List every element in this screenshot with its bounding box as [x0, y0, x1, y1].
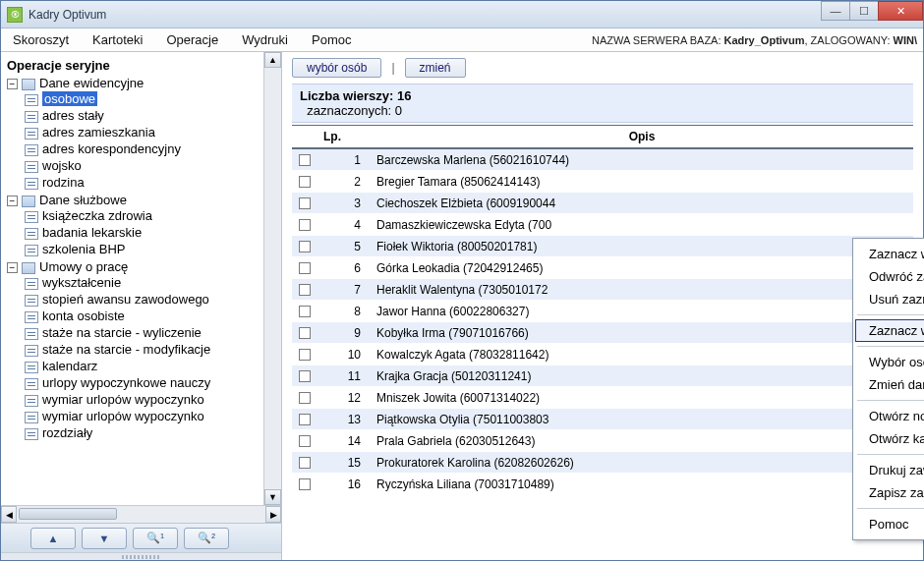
- row-checkbox[interactable]: [299, 197, 311, 209]
- tree-item[interactable]: osobowe: [25, 90, 261, 107]
- tree: Operacje seryjne −Dane ewidencyjneosobow…: [1, 52, 263, 505]
- nav-down-button[interactable]: ▼: [82, 528, 127, 549]
- table-row[interactable]: 11Krajka Gracja (50120311241): [292, 365, 913, 387]
- tree-item[interactable]: książeczka zdrowia: [25, 207, 261, 224]
- context-menu-item[interactable]: Otwórz kalkulator okresów: [855, 427, 924, 450]
- row-checkbox[interactable]: [299, 457, 311, 469]
- search-button-1[interactable]: 🔍¹: [133, 528, 178, 549]
- page-icon: [25, 245, 38, 256]
- nav-up-button[interactable]: ▲: [30, 528, 76, 549]
- table-row[interactable]: 9Kobyłka Irma (79071016766): [292, 322, 913, 344]
- menu-kartoteki[interactable]: Kartoteki: [92, 32, 143, 47]
- scroll-right-icon[interactable]: ▶: [265, 506, 281, 523]
- row-checkbox[interactable]: [299, 284, 311, 296]
- horizontal-scrollbar[interactable]: ◀ ▶: [1, 505, 281, 523]
- context-menu-item[interactable]: Otwórz notatnik: [855, 405, 924, 427]
- table-row[interactable]: 6Górka Leokadia (72042912465): [292, 257, 913, 279]
- table-row[interactable]: 10Kowalczyk Agata (78032811642): [292, 344, 913, 365]
- select-people-button[interactable]: wybór osób: [292, 58, 381, 78]
- tree-item[interactable]: wymiar urlopów wypoczynko: [25, 391, 261, 408]
- row-checkbox[interactable]: [299, 219, 311, 231]
- collapse-icon[interactable]: −: [7, 262, 18, 273]
- row-lp: 3: [318, 196, 371, 210]
- context-menu-item[interactable]: Zaznacz wybiórczo: [855, 319, 924, 342]
- row-checkbox[interactable]: [299, 349, 311, 361]
- context-menu-item[interactable]: Zmień dane: [855, 373, 924, 396]
- row-checkbox[interactable]: [299, 414, 311, 425]
- titlebar: ⦿ Kadry Optivum — ☐ ✕: [1, 1, 923, 28]
- table-row[interactable]: 14Prala Gabriela (62030512643): [292, 430, 913, 452]
- menu-pomoc[interactable]: Pomoc: [312, 32, 351, 47]
- scroll-down-icon[interactable]: ▼: [264, 489, 281, 505]
- panel-drag-handle[interactable]: [1, 552, 281, 560]
- tree-group[interactable]: −Dane służboweksiążeczka zdrowiabadania …: [7, 192, 261, 258]
- context-menu: Zaznacz wszystkie pozycjeOdwróć zaznacze…: [852, 238, 924, 540]
- context-menu-item[interactable]: Drukuj zawartość ekranu: [855, 459, 924, 481]
- close-button[interactable]: ✕: [878, 1, 923, 21]
- menu-wydruki[interactable]: Wydruki: [242, 32, 288, 47]
- tree-item-label: wykształcenie: [42, 275, 121, 290]
- tree-item[interactable]: wojsko: [25, 157, 261, 174]
- tree-item[interactable]: kalendarz: [25, 358, 261, 374]
- tree-item[interactable]: adres korespondencyjny: [25, 140, 261, 157]
- scrollbar-thumb[interactable]: [19, 508, 117, 520]
- tree-item[interactable]: staże na starcie - modyfikacje: [25, 341, 261, 358]
- row-checkbox[interactable]: [299, 176, 311, 188]
- table-row[interactable]: 3Ciechoszek Elżbieta (6009190044: [292, 193, 913, 214]
- context-menu-item[interactable]: Odwróć zaznaczenia: [855, 265, 924, 288]
- tree-item[interactable]: stopień awansu zawodowego: [25, 291, 261, 308]
- vertical-scrollbar[interactable]: ▲ ▼: [263, 52, 281, 505]
- tree-item[interactable]: szkolenia BHP: [25, 241, 261, 257]
- context-menu-item[interactable]: Zapisz zawartość ekranu w pliku: [855, 481, 924, 504]
- row-checkbox[interactable]: [299, 154, 311, 166]
- scroll-left-icon[interactable]: ◀: [1, 506, 17, 523]
- table-row[interactable]: 15Prokuratorek Karolina (62082602626): [292, 452, 913, 474]
- table-row[interactable]: 16Ryczyńska Liliana (70031710489): [292, 474, 913, 495]
- row-checkbox[interactable]: [299, 435, 311, 447]
- context-menu-item[interactable]: Zaznacz wszystkie pozycje: [855, 243, 924, 265]
- menu-skoroszyt[interactable]: Skoroszyt: [13, 32, 69, 47]
- tree-item[interactable]: staże na starcie - wyliczenie: [25, 324, 261, 341]
- maximize-button[interactable]: ☐: [849, 1, 879, 21]
- context-menu-item[interactable]: Wybór osób: [855, 351, 924, 373]
- tree-group-label: Umowy o pracę: [39, 259, 128, 274]
- tree-item[interactable]: wykształcenie: [25, 274, 261, 291]
- row-opis: Kowalczyk Agata (78032811642): [371, 348, 913, 362]
- tree-item[interactable]: badania lekarskie: [25, 224, 261, 241]
- row-lp: 16: [318, 477, 371, 491]
- tree-item[interactable]: adres zamieszkania: [25, 124, 261, 140]
- row-checkbox[interactable]: [299, 306, 311, 317]
- tree-item[interactable]: konta osobiste: [25, 308, 261, 324]
- tree-item[interactable]: urlopy wypoczynkowe nauczy: [25, 374, 261, 391]
- tree-item[interactable]: wymiar urlopów wypoczynko: [25, 408, 261, 424]
- tree-item[interactable]: rozdziały: [25, 424, 261, 441]
- row-checkbox[interactable]: [299, 262, 311, 274]
- minimize-button[interactable]: —: [821, 1, 850, 21]
- collapse-icon[interactable]: −: [7, 196, 18, 206]
- table-row[interactable]: 5Fiołek Wiktoria (80050201781): [292, 236, 913, 257]
- row-checkbox[interactable]: [299, 327, 311, 339]
- context-menu-item[interactable]: Usuń zaznaczenia: [855, 288, 924, 310]
- search-button-2[interactable]: 🔍²: [184, 528, 229, 549]
- tree-group[interactable]: −Umowy o pracęwykształceniestopień awans…: [7, 258, 261, 442]
- tree-item[interactable]: adres stały: [25, 107, 261, 124]
- table-row[interactable]: 4Damaszkiewiczewska Edyta (700: [292, 214, 913, 236]
- tree-group[interactable]: −Dane ewidencyjneosoboweadres stałyadres…: [7, 75, 261, 192]
- table-row[interactable]: 13Piątkowska Otylia (75011003803: [292, 409, 913, 430]
- tree-item[interactable]: rodzina: [25, 174, 261, 191]
- table-row[interactable]: 2Bregier Tamara (85062414143): [292, 171, 913, 193]
- row-checkbox[interactable]: [299, 241, 311, 252]
- change-button[interactable]: zmień: [405, 58, 466, 78]
- table-row[interactable]: 7Heraklit Walentyna (7305010172: [292, 279, 913, 301]
- collapse-icon[interactable]: −: [7, 79, 18, 89]
- table-row[interactable]: 8Jawor Hanna (60022806327): [292, 301, 913, 322]
- context-menu-item[interactable]: Pomoc: [855, 513, 924, 535]
- menu-operacje[interactable]: Operacje: [166, 32, 218, 47]
- table-row[interactable]: 1Barczewska Marlena (56021610744): [292, 149, 913, 171]
- row-checkbox[interactable]: [299, 478, 311, 490]
- scroll-up-icon[interactable]: ▲: [264, 52, 281, 68]
- menu-separator: [857, 454, 924, 455]
- table-row[interactable]: 12Mniszek Jowita (60071314022): [292, 387, 913, 409]
- row-checkbox[interactable]: [299, 370, 311, 382]
- row-checkbox[interactable]: [299, 392, 311, 404]
